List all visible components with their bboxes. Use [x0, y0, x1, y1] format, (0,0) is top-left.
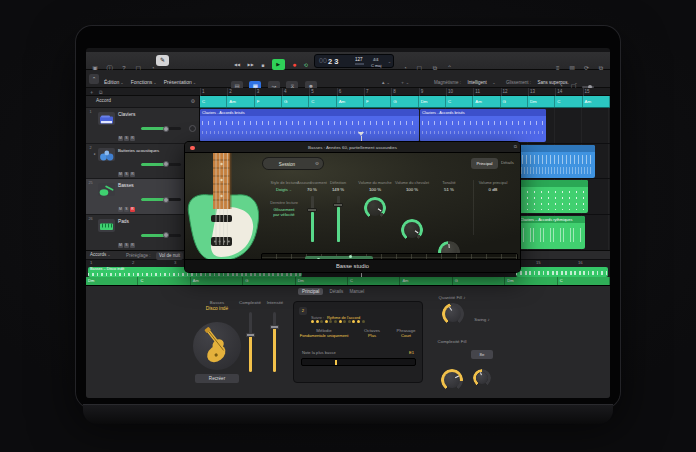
record-button[interactable]: ●	[292, 59, 296, 71]
region-claviers-rythmiques[interactable]: Claviers – Accords rythmiques	[518, 216, 585, 249]
menu-item[interactable]: Édition⌄	[104, 79, 124, 85]
region-claviers-1[interactable]: Claviers - Accords brisés	[200, 109, 419, 142]
intensity-slider[interactable]	[273, 312, 276, 372]
mute-button[interactable]: M	[118, 136, 123, 141]
solo-button[interactable]: S	[124, 243, 129, 248]
duplicate-track-button[interactable]: ⧉	[99, 88, 103, 96]
chord-track-header[interactable]: Accord ⚙	[86, 96, 199, 108]
chord-cell[interactable]: Dm	[296, 277, 348, 285]
chord-cell[interactable]: F	[364, 96, 391, 107]
record-enable-button[interactable]: R	[130, 207, 135, 212]
disclosure-button[interactable]: ⌃	[89, 74, 99, 84]
octaves-field[interactable]: Octaves Plus	[356, 328, 388, 338]
chord-cell[interactable]: Am	[400, 277, 452, 285]
pattern-dot[interactable]	[357, 320, 360, 323]
record-enable-button[interactable]: R	[130, 172, 135, 177]
chord-cell[interactable]: F	[255, 96, 282, 107]
chord-cell[interactable]: C	[348, 277, 400, 285]
chord-cell[interactable]: Dm	[505, 277, 557, 285]
chord-cell[interactable]: Am	[191, 277, 243, 285]
pattern-dot[interactable]	[320, 320, 323, 323]
mute-slider[interactable]	[311, 196, 314, 242]
disclosure-triangle-icon[interactable]: ▸	[94, 152, 96, 156]
swing-knob[interactable]	[473, 369, 491, 387]
secondary-tool-menu[interactable]: ＋	[400, 80, 405, 85]
neck-volume-knob[interactable]	[364, 197, 386, 219]
pattern-number-badge[interactable]: 2	[299, 307, 307, 315]
follow-value[interactable]: Rythme de l'accord	[327, 315, 360, 320]
chord-cell[interactable]: Dm	[419, 96, 446, 107]
field-value[interactable]: Court	[390, 333, 422, 338]
complexity-slider[interactable]	[249, 312, 252, 372]
volume-slider[interactable]	[141, 234, 181, 237]
tab-manuel[interactable]: Manuel	[350, 289, 365, 294]
plugin-tab-principal[interactable]: Principal	[471, 158, 498, 169]
play-button[interactable]: ▶	[272, 59, 285, 70]
accords-menu[interactable]: Accords⌄	[90, 252, 111, 257]
region-claviers-2[interactable]: Claviers - Accords brisés	[420, 109, 546, 142]
swing-grid-button[interactable]: 8e	[471, 350, 493, 359]
track-row-pads[interactable]: 26 Pads MSR	[86, 215, 199, 251]
snap-value[interactable]: Intelligent	[467, 80, 486, 85]
solo-button[interactable]: S	[124, 136, 129, 141]
menu-item[interactable]: Présentation⌄	[164, 79, 196, 85]
pattern-dot[interactable]	[311, 320, 314, 323]
chord-cell[interactable]: G	[243, 277, 295, 285]
chord-cell[interactable]: C	[138, 277, 190, 285]
pattern-dot[interactable]	[352, 320, 355, 323]
editor-chord-row[interactable]: DmCAmGDmCAmGDmC	[86, 277, 610, 285]
record-enable-button[interactable]: R	[130, 136, 135, 141]
solo-button[interactable]: S	[124, 207, 129, 212]
track-row-basses[interactable]: 25 Basses MSR	[86, 179, 199, 215]
recreate-button[interactable]: Recréer	[195, 374, 239, 383]
chord-cell[interactable]: Am	[583, 96, 610, 107]
pan-knob[interactable]	[189, 125, 196, 132]
chord-cell[interactable]: G	[453, 277, 505, 285]
tab-principal[interactable]: Principal	[298, 288, 323, 295]
pattern-dot[interactable]	[339, 320, 342, 323]
plugin-titlebar[interactable]: Basses : Années 60, partiellement assour…	[185, 142, 520, 153]
chord-cell[interactable]: G	[282, 96, 309, 107]
mute-button[interactable]: M	[118, 172, 123, 177]
pattern-dot[interactable]	[334, 320, 337, 323]
bar-ruler[interactable]: 123456789101112131415	[200, 88, 610, 96]
bridge-volume-knob[interactable]	[401, 219, 423, 241]
chord-cell[interactable]: C	[555, 96, 582, 107]
chord-cell[interactable]: C	[200, 96, 227, 107]
chord-cell[interactable]: Dm	[86, 277, 138, 285]
chord-cell[interactable]: G	[391, 96, 418, 107]
record-enable-button[interactable]: R	[130, 243, 135, 248]
chord-cell[interactable]: Dm	[528, 96, 555, 107]
chord-cell[interactable]: Am	[227, 96, 254, 107]
pattern-dot[interactable]	[348, 320, 351, 323]
solo-button[interactable]: S	[124, 172, 129, 177]
gear-icon[interactable]: ⚙	[191, 98, 195, 104]
chord-track[interactable]: CAmFGCAmFGDmCAmGDmCAm	[200, 96, 610, 108]
session-selector[interactable]: Session ⚙	[262, 157, 324, 170]
pattern-dot[interactable]	[329, 320, 332, 323]
volume-slider[interactable]	[141, 127, 181, 130]
track-row-batteries[interactable]: 2 ▸ Batteries acoustiques MSR	[86, 144, 199, 180]
gear-icon[interactable]: ⚙	[315, 161, 319, 166]
chord-cell[interactable]: Am	[337, 96, 364, 107]
add-track-button[interactable]: ＋	[89, 88, 95, 96]
chord-cell[interactable]: C	[309, 96, 336, 107]
field-value[interactable]: Fondamentale uniquement	[296, 333, 352, 338]
pattern-dot[interactable]	[325, 320, 328, 323]
player-preset-value[interactable]: Disco indé	[186, 306, 248, 311]
link-icon[interactable]: ⧉	[514, 144, 517, 149]
plugin-tab-details[interactable]: Détails	[501, 160, 514, 165]
volume-slider[interactable]	[141, 198, 181, 201]
chord-cell[interactable]: Am	[473, 96, 500, 107]
pencil-tool-button[interactable]: ✎	[156, 55, 169, 66]
lcd-chevron-icon[interactable]: ⌄	[388, 59, 391, 64]
melody-field[interactable]: Mélodie Fondamentale uniquement	[296, 328, 352, 338]
rewind-button[interactable]: ◀◀	[234, 59, 240, 71]
preset-value[interactable]: Vol de nuit	[156, 252, 183, 260]
pattern-dot[interactable]	[316, 320, 319, 323]
forward-button[interactable]: ▶▶	[248, 59, 254, 71]
track-row-claviers[interactable]: 1 Claviers MSR	[86, 108, 199, 144]
chord-cell[interactable]: C	[446, 96, 473, 107]
fill-complexity-knob[interactable]	[441, 369, 463, 391]
mute-button[interactable]: M	[118, 243, 123, 248]
